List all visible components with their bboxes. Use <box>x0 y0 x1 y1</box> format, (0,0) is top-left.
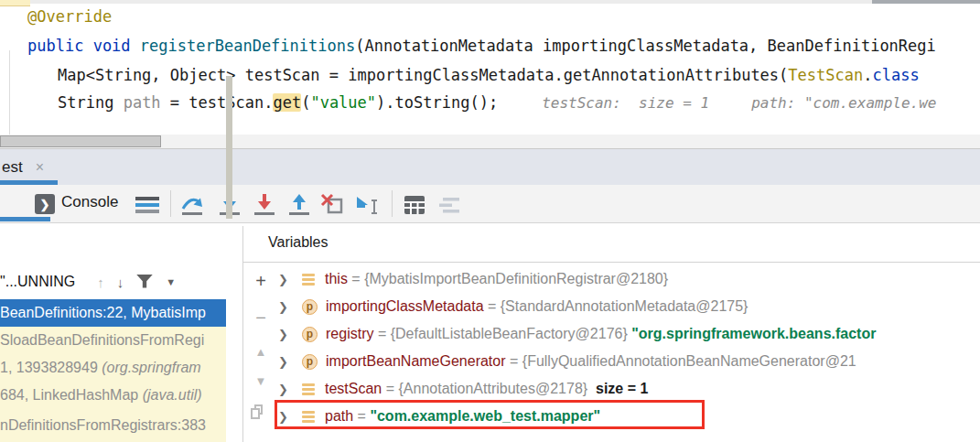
variable-value: = {StandardAnnotationMetadata@2175} <box>484 298 748 315</box>
editor-scrollbar-fragment <box>872 0 980 4</box>
frame-label: 1, 1393828949 <box>0 360 102 376</box>
value-icon <box>302 382 317 396</box>
variable-string-value: "org.springframework.beans.factor <box>631 326 876 342</box>
move-up-icon[interactable]: ▲ <box>251 342 271 362</box>
grid-view-icon[interactable] <box>403 193 426 217</box>
keyword-token: public void <box>27 37 140 55</box>
class-keyword-token: class <box>872 66 919 84</box>
code-line-2: public void registerBeanDefinitions(Anno… <box>27 35 936 57</box>
expand-chevron-icon[interactable]: ❯ <box>278 383 302 396</box>
variable-row-testScan[interactable]: ❯ testScan = {AnnotationAttributes@2178}… <box>278 375 648 403</box>
copy-glyph <box>251 404 264 419</box>
annotation-token: @Override <box>27 7 112 26</box>
dot-token: . <box>863 66 872 84</box>
editor-hscrollbar-track[interactable] <box>0 135 980 149</box>
variable-value: = {AnnotationAttributes@2178} <box>382 381 596 397</box>
code-editor[interactable]: @Override public void registerBeanDefini… <box>0 0 980 135</box>
variable-name: importBeanNameGenerator <box>326 353 506 370</box>
code-line-4: String path = testScan.get("value").toSt… <box>58 92 936 114</box>
inline-hint-testscan: testScan: size = 1 <box>542 94 709 112</box>
parameter-icon: p <box>302 299 318 315</box>
force-step-into-icon[interactable] <box>253 193 276 217</box>
type-token: String <box>58 93 124 112</box>
chevron-down-icon[interactable]: ▼ <box>166 276 176 287</box>
move-down-icon[interactable]: ▼ <box>251 372 271 392</box>
frame-row[interactable]: nDefinitionsFromRegistrars:383 <box>0 409 226 442</box>
frame-label: SloadBeanDefinitionsFromRegi <box>0 332 204 349</box>
toolbar-separator <box>392 190 393 217</box>
tab-label: est <box>0 158 23 177</box>
frames-panel: "...UNNING ↑ ↓ ▼ BeanDefinitions:22, Myb… <box>0 223 242 442</box>
toolbar-separator <box>170 190 171 217</box>
frame-row-selected[interactable]: BeanDefinitions:22, MybatisImp <box>0 299 226 327</box>
thread-selector-row[interactable]: "...UNNING ↑ ↓ ▼ <box>0 267 226 296</box>
variables-header: Variables <box>268 234 328 251</box>
variable-row-importingClassMetadata[interactable]: ❯ p importingClassMetadata = {StandardAn… <box>278 293 748 320</box>
chevron-glyph: ❯ <box>40 198 50 211</box>
variable-size-hint: size = 1 <box>596 381 648 397</box>
red-highlight-box <box>275 400 705 429</box>
expand-chevron-icon[interactable]: ❯ <box>278 355 302 369</box>
threads-view-icon[interactable] <box>135 197 159 213</box>
expand-chevron-icon[interactable]: ❯ <box>278 273 302 286</box>
editor-top-strip <box>0 0 872 4</box>
indent-guide <box>9 50 10 135</box>
duplicate-watch-icon[interactable] <box>251 404 271 425</box>
run-to-cursor-icon[interactable] <box>355 193 379 217</box>
expand-chevron-icon[interactable]: ❯ <box>278 328 302 341</box>
variable-row-this[interactable]: ❯ this = {MybatisImportBeanDefinitionReg… <box>278 265 668 293</box>
variable-value: = {MybatisImportBeanDefinitionRegistrar@… <box>348 271 668 287</box>
add-watch-icon[interactable]: + <box>251 271 271 291</box>
thread-status-label: "...UNNING <box>0 274 75 290</box>
tool-window-tab-bar: est × <box>0 149 980 185</box>
code-line-1: @Override <box>27 5 112 27</box>
variable-row-registry[interactable]: ❯ p registry = {DefaultListableBeanFacto… <box>278 320 876 348</box>
restore-layout-icon[interactable] <box>437 193 461 217</box>
variable-row-importBeanNameGenerator[interactable]: ❯ p importBeanNameGenerator = {FullyQual… <box>278 348 856 375</box>
frame-package: (org.springfram <box>102 360 200 376</box>
bar <box>135 197 159 200</box>
frames-scrollbar-thumb[interactable] <box>226 76 232 219</box>
annotation-class-token: TestScan <box>788 66 863 84</box>
arrow-up-icon[interactable]: ↑ <box>97 275 104 290</box>
variable-name: registry <box>326 326 373 342</box>
parameter-icon: p <box>302 354 318 370</box>
console-tab-icon[interactable]: ❯ <box>35 194 55 214</box>
frame-label: BeanDefinitions:22, MybatisImp <box>0 305 206 321</box>
bar <box>135 203 159 207</box>
debugger-window: @Override public void registerBeanDefini… <box>0 0 980 442</box>
frame-row[interactable]: SloadBeanDefinitionsFromRegi <box>0 327 226 354</box>
frame-label: nDefinitionsFromRegistrars:383 <box>0 417 206 434</box>
method-name-token: registerBeanDefinitions <box>140 37 355 55</box>
editor-hscrollbar-thumb[interactable] <box>0 135 161 147</box>
variable-value: = {FullyQualifiedAnnotationBeanNameGener… <box>506 353 856 370</box>
assign-token: = testScan. <box>161 93 274 112</box>
console-tab-label[interactable]: Console <box>61 193 118 211</box>
debug-toolbar: ❯ Console <box>0 185 980 223</box>
bar <box>135 210 159 213</box>
highlighted-line-fragment <box>0 0 30 6</box>
expand-chevron-icon[interactable]: ❯ <box>278 300 302 314</box>
frame-row[interactable]: 1, 1393828949 (org.springfram <box>0 354 226 382</box>
frame-label: 684, LinkedHashMap <box>0 387 143 404</box>
variable-name: testScan <box>325 381 382 397</box>
step-over-icon[interactable] <box>180 193 204 217</box>
variable-name: this <box>325 271 348 287</box>
filter-icon[interactable] <box>136 275 153 289</box>
close-icon[interactable]: × <box>36 159 44 176</box>
frame-row[interactable]: 684, LinkedHashMap (java.util) <box>0 382 226 409</box>
header-divider <box>243 262 980 263</box>
value-icon <box>302 272 317 286</box>
tail-token: ).toString(); <box>376 93 498 112</box>
inline-hint-path: path: "com.example.we <box>751 94 936 112</box>
variable-value: = {DefaultListableBeanFactory@2176} <box>373 326 631 342</box>
code-line-3: Map<String, Object> testScan = importing… <box>58 64 920 86</box>
variable-name: importingClassMetadata <box>326 298 484 315</box>
drop-frame-icon[interactable] <box>320 193 344 217</box>
step-out-icon[interactable] <box>287 193 311 217</box>
remove-watch-icon[interactable]: − <box>251 307 271 328</box>
debugger-tab-underline <box>0 217 50 221</box>
highlighted-get-token: get <box>273 93 301 112</box>
params-token: (AnnotationMetadata importingClassMetada… <box>355 37 936 55</box>
arrow-down-icon[interactable]: ↓ <box>117 275 124 290</box>
